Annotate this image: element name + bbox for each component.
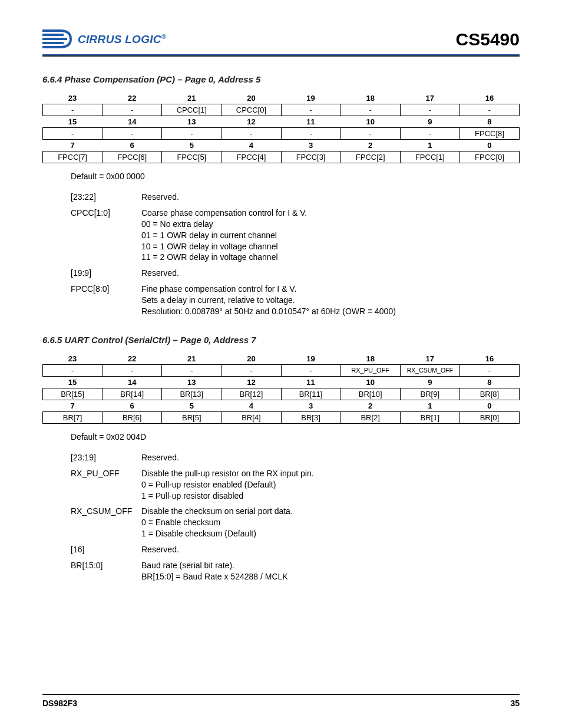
page: CIRRUS LOGIC® CS5490 6.6.4 Phase Compens… [0,0,562,728]
table-row: BR[7]BR[6]BR[5]BR[4]BR[3]BR[2]BR[1]BR[0] [43,411,520,423]
svg-rect-1 [42,34,64,36]
page-number: 35 [510,699,520,708]
desc-row: [16]Reserved. [71,544,520,555]
table-row: FPCC[7]FPCC[6]FPCC[5]FPCC[4]FPCC[3]FPCC[… [43,151,520,163]
table-row: 2322212019181716 [43,353,520,365]
logo-mark-icon [42,28,73,51]
description-list-664: [23:22]Reserved. CPCC[1:0]Coarse phase c… [71,192,520,317]
section-heading-664: 6.6.4 Phase Compensation (PC) – Page 0, … [42,74,520,84]
svg-rect-2 [42,38,67,40]
table-row: 15141312111098 [43,376,520,388]
desc-row: [19:9]Reserved. [71,268,520,279]
table-row: -----RX_PU_OFFRX_CSUM_OFF- [43,364,520,376]
part-number: CS5490 [456,29,520,50]
table-row: 76543210 [43,400,520,411]
footer-rule [42,694,520,695]
svg-rect-0 [42,29,60,32]
doc-id: DS982F3 [42,699,77,708]
svg-rect-4 [42,46,60,48]
table-row: BR[15]BR[14]BR[13]BR[12]BR[11]BR[10]BR[9… [43,388,520,400]
brand-text: CIRRUS LOGIC® [78,33,166,46]
desc-row: RX_PU_OFFDisable the pull-up resistor on… [71,468,520,502]
bit-table-664: 2322212019181716 --CPCC[1]CPCC[0]---- 15… [42,93,520,163]
desc-row: FPCC[8:0]Fine phase compensation control… [71,284,520,317]
brand-logo: CIRRUS LOGIC® [42,28,166,51]
desc-row: [23:19]Reserved. [71,452,520,463]
desc-row: BR[15:0]Baud rate (serial bit rate). BR[… [71,560,520,582]
table-row: 15141312111098 [43,116,520,128]
page-header: CIRRUS LOGIC® CS5490 [42,28,520,51]
description-list-665: [23:19]Reserved. RX_PU_OFFDisable the pu… [71,452,520,582]
table-row: 76543210 [43,140,520,151]
table-row: --CPCC[1]CPCC[0]---- [43,104,520,116]
page-footer: DS982F3 35 [42,694,520,708]
section-heading-665: 6.6.5 UART Control (SerialCtrl) – Page 0… [42,335,520,345]
table-row: -------FPCC[8] [43,128,520,140]
desc-row: RX_CSUM_OFFDisable the checksum on seria… [71,506,520,539]
default-value-665: Default = 0x02 004D [71,432,520,442]
desc-row: [23:22]Reserved. [71,192,520,203]
svg-rect-3 [42,42,64,44]
default-value-664: Default = 0x00 0000 [71,172,520,181]
table-row: 2322212019181716 [43,93,520,104]
bit-table-665: 2322212019181716 -----RX_PU_OFFRX_CSUM_O… [42,353,520,424]
header-rule [42,54,520,57]
desc-row: CPCC[1:0]Coarse phase compensation contr… [71,207,520,263]
